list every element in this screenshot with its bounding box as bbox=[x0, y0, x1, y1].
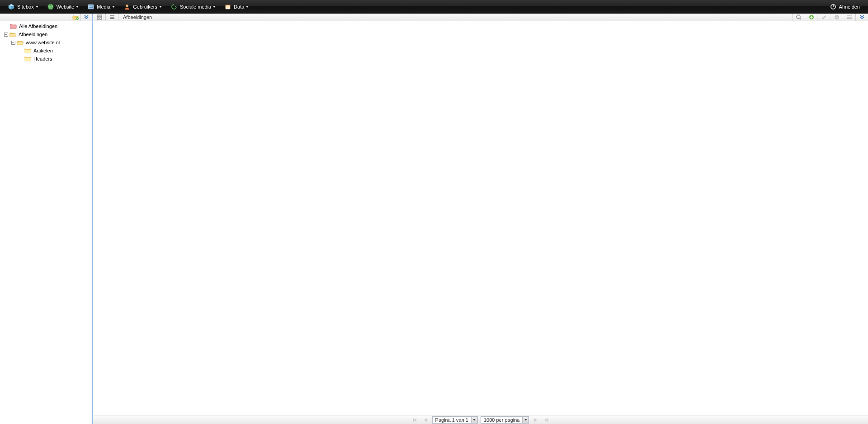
chevron-down-icon bbox=[213, 6, 216, 8]
refresh-icon bbox=[171, 4, 177, 10]
sidebar-toolbar bbox=[0, 14, 92, 21]
folder-red-icon bbox=[10, 23, 17, 29]
menu-gebruikers[interactable]: Gebruikers bbox=[119, 0, 166, 13]
chevron-down-icon bbox=[76, 6, 79, 8]
power-icon bbox=[830, 4, 836, 10]
menu-media[interactable]: Media bbox=[83, 0, 119, 13]
perpage-text: 1000 per pagina bbox=[481, 417, 523, 423]
tree-node[interactable]: −Afbeeldingen bbox=[0, 30, 92, 38]
tree-node-label: www.website.nl bbox=[26, 40, 60, 45]
main-panel: Afbeeldingen Pagina 1 van 1 1000 per pag… bbox=[93, 14, 868, 424]
add-folder-button[interactable] bbox=[70, 14, 80, 21]
globe-icon bbox=[47, 4, 54, 10]
delete-button[interactable] bbox=[830, 14, 843, 21]
page-next-button[interactable] bbox=[532, 416, 540, 424]
database-icon bbox=[225, 4, 231, 10]
add-button[interactable] bbox=[805, 14, 817, 21]
chevron-down-icon bbox=[522, 417, 528, 423]
tree-node-label: Headers bbox=[33, 56, 52, 61]
menu-label: Media bbox=[97, 4, 110, 9]
more-button[interactable] bbox=[843, 14, 855, 21]
menu-label: Data bbox=[234, 4, 244, 9]
folder-tree: Alle Afbeeldingen−Afbeeldingen−www.websi… bbox=[0, 21, 92, 424]
menu-label: Sitebox bbox=[17, 4, 34, 9]
menu-label: Sociale media bbox=[180, 4, 211, 9]
folder-open-icon bbox=[9, 31, 17, 38]
tree-node[interactable]: Artikelen bbox=[0, 47, 92, 55]
menu-website[interactable]: Website bbox=[43, 0, 84, 13]
chevron-down-icon bbox=[471, 417, 477, 423]
perpage-selector[interactable]: 1000 per pagina bbox=[481, 416, 529, 424]
folder-open-icon bbox=[17, 39, 24, 46]
content-area bbox=[93, 21, 868, 415]
menu-label: Gebruikers bbox=[133, 4, 157, 9]
chevron-down-icon bbox=[159, 6, 162, 8]
logout-button[interactable]: Afmelden bbox=[826, 4, 864, 10]
collapse-icon[interactable]: − bbox=[4, 33, 8, 37]
main-toolbar: Afbeeldingen bbox=[93, 14, 868, 21]
page-selector[interactable]: Pagina 1 van 1 bbox=[432, 416, 478, 424]
cube-icon bbox=[8, 4, 14, 10]
tree-node-label: Alle Afbeeldingen bbox=[19, 24, 57, 29]
folder-closed-icon bbox=[24, 56, 32, 62]
page-last-button[interactable] bbox=[542, 416, 551, 424]
chevron-down-icon bbox=[36, 6, 38, 8]
search-button[interactable] bbox=[792, 14, 805, 21]
statusbar: Pagina 1 van 1 1000 per pagina bbox=[93, 415, 868, 424]
edit-button[interactable] bbox=[817, 14, 830, 21]
tree-node-label: Afbeeldingen bbox=[19, 32, 47, 37]
image-icon bbox=[88, 4, 94, 10]
page-prev-button[interactable] bbox=[421, 416, 429, 424]
tree-node[interactable]: Headers bbox=[0, 55, 92, 63]
chevron-down-icon bbox=[246, 6, 249, 8]
menu-label: Website bbox=[57, 4, 75, 9]
expand-main-button[interactable] bbox=[855, 14, 868, 21]
collapse-sidebar-button[interactable] bbox=[80, 14, 91, 21]
tree-node[interactable]: −www.website.nl bbox=[0, 38, 92, 47]
page-text: Pagina 1 van 1 bbox=[433, 417, 471, 423]
collapse-icon[interactable]: − bbox=[11, 41, 15, 45]
menu-data[interactable]: Data bbox=[220, 0, 253, 13]
menu-sitebox[interactable]: Sitebox bbox=[4, 0, 43, 13]
user-icon bbox=[124, 4, 130, 10]
view-grid-button[interactable] bbox=[93, 14, 106, 21]
chevron-down-icon bbox=[112, 6, 115, 8]
menu-sociale-media[interactable]: Sociale media bbox=[166, 0, 220, 13]
logout-label: Afmelden bbox=[839, 4, 860, 9]
sidebar: Alle Afbeeldingen−Afbeeldingen−www.websi… bbox=[0, 14, 93, 424]
tree-node[interactable]: Alle Afbeeldingen bbox=[0, 22, 92, 30]
topbar: Sitebox Website Media Gebruikers Sociale… bbox=[0, 0, 868, 14]
breadcrumb: Afbeeldingen bbox=[118, 14, 156, 20]
page-first-button[interactable] bbox=[410, 416, 419, 424]
folder-closed-icon bbox=[24, 47, 32, 54]
view-list-button[interactable] bbox=[106, 14, 118, 21]
tree-node-label: Artikelen bbox=[33, 48, 53, 53]
